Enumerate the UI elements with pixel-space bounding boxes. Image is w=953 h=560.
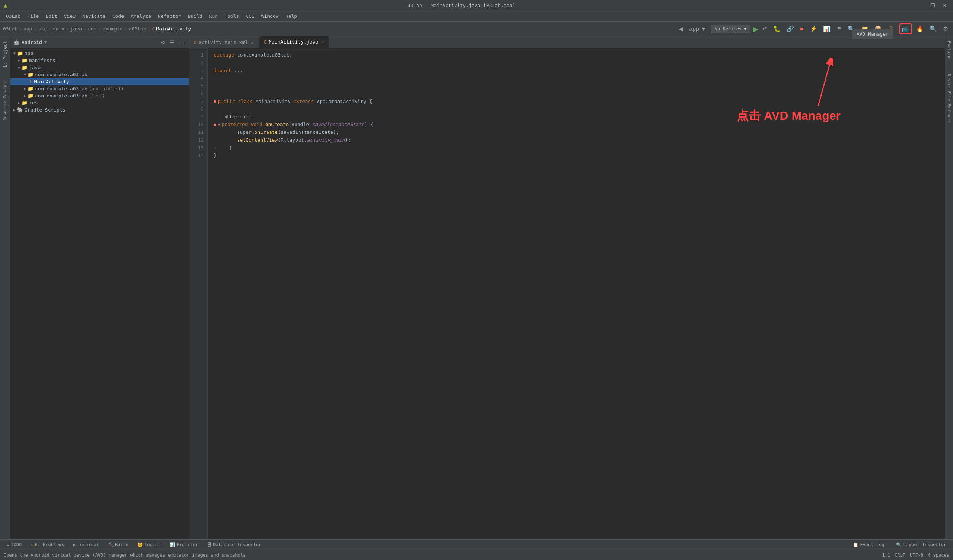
bottom-tab-database[interactable]: 🗄 Database Inspector xyxy=(203,541,265,548)
build-icon: 🔨 xyxy=(108,542,113,548)
menu-run[interactable]: Run xyxy=(206,12,221,20)
bottom-tab-build[interactable]: 🔨 Build xyxy=(104,541,132,548)
tab-close-java[interactable]: ✕ xyxy=(321,39,324,45)
bottom-tab-event-log[interactable]: 📋 Event Log xyxy=(849,541,888,548)
bottom-tab-terminal[interactable]: ▶ Terminal xyxy=(70,541,103,548)
menu-window[interactable]: Window xyxy=(258,12,282,20)
breadcrumb-src[interactable]: src xyxy=(38,26,47,32)
tree-item-package[interactable]: ▼ 📁 com.example.a03lab xyxy=(11,71,189,78)
java-file-icon: C xyxy=(30,79,33,84)
project-panel: 🤖 Android ▼ ⚙ ☰ — ▼ 📁 app ▶ 📁 manifests xyxy=(11,36,189,539)
method-oncreate: onCreate xyxy=(265,121,289,128)
status-crlf[interactable]: CRLF xyxy=(894,552,905,558)
settings-gear-btn[interactable]: ⚙ xyxy=(941,24,950,34)
tree-item-gradle[interactable]: ▶ 🐘 Gradle Scripts xyxy=(11,106,189,113)
rerun-button[interactable]: ↺ xyxy=(761,24,769,34)
code-content[interactable]: package com.example.a03lab; import ... ● xyxy=(208,48,945,539)
resource-manager-icon[interactable]: Resource Manager xyxy=(1,80,9,122)
menu-view[interactable]: View xyxy=(61,12,79,20)
breadcrumb-com[interactable]: com xyxy=(88,26,96,32)
menu-file[interactable]: File xyxy=(24,12,42,20)
menu-edit[interactable]: Edit xyxy=(42,12,60,20)
tab-close-xml[interactable]: ✕ xyxy=(250,40,254,45)
line-num-6: 6 xyxy=(189,90,203,98)
method-super-oncreate: onCreate xyxy=(255,128,278,136)
menu-help[interactable]: Help xyxy=(282,12,300,20)
minimize-button[interactable]: — xyxy=(916,2,925,9)
error-marker-7: ● xyxy=(214,98,216,105)
problems-label: 6: Problems xyxy=(35,542,64,548)
tree-item-java[interactable]: ▼ 📁 java xyxy=(11,64,189,71)
device-file-explorer-tab[interactable]: Device File Explorer xyxy=(945,71,953,126)
tree-item-res[interactable]: ▶ 📁 res xyxy=(11,99,189,106)
project-icon[interactable]: 1: Project xyxy=(1,39,9,69)
menu-vcs[interactable]: VCS xyxy=(243,12,257,20)
status-bar: Opens the Android virtual device (AVD) m… xyxy=(0,549,953,560)
line-numbers: 1 2 3 4 5 6 7 8 9 10 11 12 13 14 xyxy=(189,48,208,539)
breadcrumb-mainactivity[interactable]: CMainActivity xyxy=(152,26,191,32)
menu-build[interactable]: Build xyxy=(185,12,205,20)
tab-activity-main-xml[interactable]: X activity_main.xml ✕ xyxy=(189,36,259,48)
breadcrumb-sep-5: › xyxy=(83,26,86,32)
event-log-label: Event Log xyxy=(860,542,884,548)
back-button[interactable]: ◀ xyxy=(677,24,685,34)
stop-button[interactable]: ■ xyxy=(798,25,806,34)
tree-item-androidtest[interactable]: ▶ 📁 com.example.a03lab (androidTest) xyxy=(11,85,189,92)
firebase-btn[interactable]: 🔥 xyxy=(914,24,925,34)
profile-button[interactable]: 📊 xyxy=(821,24,832,34)
bottom-tab-todo[interactable]: ≡ TODO xyxy=(3,541,25,548)
indent-9 xyxy=(214,113,225,121)
kw-void: void xyxy=(251,121,265,128)
menu-navigate[interactable]: Navigate xyxy=(79,12,109,20)
code-line-11: super.onCreate(savedInstanceState); xyxy=(214,128,939,136)
bottom-tab-logcat[interactable]: 🐱 Logcat xyxy=(133,541,164,548)
folder-icon-app: 📁 xyxy=(17,51,23,56)
xml-icon: X xyxy=(194,40,196,45)
tree-item-app[interactable]: ▼ 📁 app xyxy=(11,50,189,57)
attach-button[interactable]: 🔗 xyxy=(785,24,796,34)
bottom-tab-profiler[interactable]: 📊 Profiler xyxy=(166,541,202,548)
close-button[interactable]: ✕ xyxy=(941,2,949,9)
line-num-11: 11 xyxy=(189,128,203,136)
panel-minimize-btn[interactable]: — xyxy=(178,39,186,46)
run-button[interactable]: ▶ xyxy=(753,25,758,34)
menu-analyze[interactable]: Analyze xyxy=(128,12,154,20)
panel-gear-btn[interactable]: ⚙ xyxy=(159,39,167,46)
tab-mainactivity-java[interactable]: C MainActivity.java ✕ xyxy=(259,36,330,48)
menu-code[interactable]: Code xyxy=(109,12,127,20)
emulator-tab[interactable]: Emulator xyxy=(945,38,953,63)
menu-03lab[interactable]: 03Lab xyxy=(3,12,23,20)
tree-label-manifests: manifests xyxy=(29,58,55,63)
panel-settings-btn[interactable]: ☰ xyxy=(168,39,176,46)
menu-refactor[interactable]: Refactor xyxy=(155,12,184,20)
coverage-button[interactable]: ☂ xyxy=(835,24,844,34)
sync-button[interactable]: ⚡ xyxy=(808,24,819,34)
error-marker-10: ● xyxy=(214,122,216,128)
device-selector[interactable]: No Devices ▼ xyxy=(711,25,750,33)
tree-item-test[interactable]: ▶ 📁 com.example.a03lab (test) xyxy=(11,92,189,99)
tree-item-mainactivity[interactable]: C MainActivity xyxy=(11,78,189,85)
bottom-tab-problems[interactable]: ⚠ 6: Problems xyxy=(27,541,68,548)
debug-button[interactable]: 🐛 xyxy=(771,24,782,34)
annotation-override: @Override xyxy=(225,113,251,121)
bottom-tab-layout-inspector[interactable]: 🔍 Layout Inspector xyxy=(892,541,950,548)
expand-arrow-androidtest: ▶ xyxy=(24,87,26,91)
app-selector[interactable]: app ▼ xyxy=(687,25,708,34)
code-line-7: ● public class MainActivity extends AppC… xyxy=(214,98,939,105)
breadcrumb-java[interactable]: java xyxy=(70,26,82,32)
status-indent[interactable]: 4 spaces xyxy=(928,552,949,558)
breadcrumb-example[interactable]: example xyxy=(102,26,123,32)
tree-item-manifests[interactable]: ▶ 📁 manifests xyxy=(11,57,189,64)
folder-icon-androidtest: 📁 xyxy=(28,86,34,91)
search-button[interactable]: 🔍 xyxy=(928,24,939,34)
breadcrumb-main[interactable]: main xyxy=(53,26,64,32)
classname: MainActivity xyxy=(255,98,293,105)
breadcrumb-03lab[interactable]: 03Lab xyxy=(3,26,17,32)
breadcrumb-a03lab[interactable]: a03lab xyxy=(129,26,146,32)
kw-class: class xyxy=(238,98,255,105)
avd-manager-btn[interactable]: 📺 xyxy=(899,23,912,34)
menu-tools[interactable]: Tools xyxy=(222,12,242,20)
status-encoding[interactable]: UTF-8 xyxy=(910,552,923,558)
breadcrumb-app[interactable]: app xyxy=(23,26,32,32)
maximize-button[interactable]: ❐ xyxy=(928,2,937,9)
